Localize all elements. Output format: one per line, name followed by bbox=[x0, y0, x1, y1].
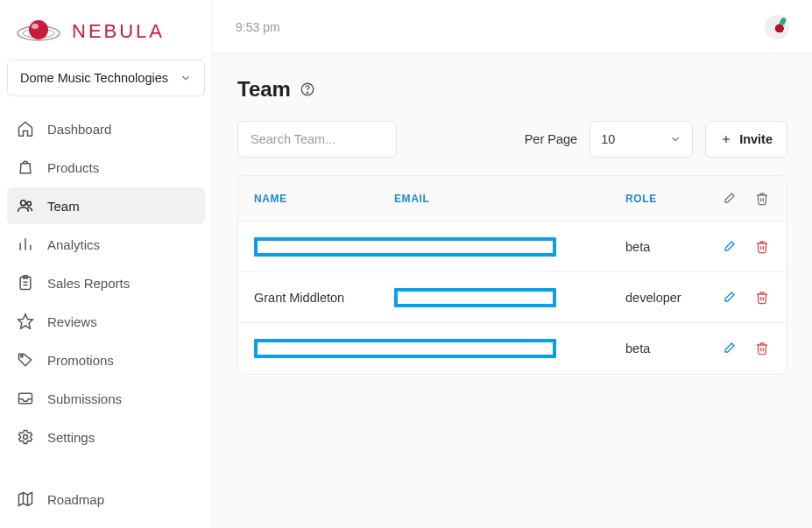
sidebar-item-sales-reports[interactable]: Sales Reports bbox=[7, 264, 205, 301]
home-icon bbox=[16, 119, 35, 138]
table-row: beta bbox=[238, 323, 787, 374]
sidebar-item-reviews[interactable]: Reviews bbox=[7, 303, 205, 340]
svg-point-3 bbox=[32, 24, 39, 29]
chevron-down-icon bbox=[180, 72, 192, 84]
gear-icon bbox=[16, 427, 35, 447]
sidebar-item-label: Roadmap bbox=[47, 492, 104, 507]
avatar[interactable] bbox=[765, 15, 789, 39]
team-table: NAME EMAIL ROLE beta bbox=[237, 175, 787, 375]
sidebar-item-label: Settings bbox=[47, 430, 95, 445]
redacted-value bbox=[254, 237, 556, 257]
col-header-name[interactable]: NAME bbox=[254, 193, 394, 205]
svg-point-21 bbox=[307, 92, 307, 93]
sidebar-item-settings[interactable]: Settings bbox=[7, 419, 205, 455]
controls: Per Page 10 Invite bbox=[237, 121, 787, 158]
plus-icon bbox=[720, 133, 732, 145]
page-title: Team bbox=[237, 77, 291, 102]
invite-button[interactable]: Invite bbox=[705, 121, 787, 158]
svg-point-4 bbox=[21, 201, 26, 206]
sidebar-item-label: Reviews bbox=[47, 314, 97, 329]
brand-logo: NEBULA bbox=[7, 11, 205, 60]
tag-icon bbox=[16, 350, 35, 370]
sidebar-item-label: Products bbox=[47, 160, 99, 175]
help-icon[interactable] bbox=[300, 81, 315, 97]
chevron-down-icon bbox=[669, 133, 681, 145]
svg-marker-13 bbox=[18, 314, 33, 329]
table-row: Grant Middleton developer bbox=[238, 272, 787, 323]
cell-role: beta bbox=[625, 240, 720, 254]
svg-point-14 bbox=[21, 356, 24, 358]
page-header: Team bbox=[237, 77, 787, 102]
sidebar-item-analytics[interactable]: Analytics bbox=[7, 226, 205, 263]
edit-all-button[interactable] bbox=[720, 190, 738, 208]
nav: Dashboard Products Team Analytics Sales … bbox=[7, 110, 205, 455]
col-header-email[interactable]: EMAIL bbox=[394, 193, 625, 205]
svg-point-5 bbox=[27, 201, 32, 206]
sidebar-item-label: Sales Reports bbox=[47, 276, 130, 291]
sidebar-item-promotions[interactable]: Promotions bbox=[7, 341, 205, 378]
delete-all-button[interactable] bbox=[753, 190, 771, 208]
invite-label: Invite bbox=[739, 132, 773, 146]
main: 9:53 pm Team Per Page 10 Invite bbox=[213, 0, 812, 528]
map-icon bbox=[16, 489, 35, 509]
svg-rect-15 bbox=[19, 393, 32, 404]
sidebar-item-dashboard[interactable]: Dashboard bbox=[7, 110, 205, 147]
content: Team Per Page 10 Invite NAME bbox=[213, 54, 812, 528]
sidebar-item-label: Submissions bbox=[47, 391, 122, 406]
sidebar-item-products[interactable]: Products bbox=[7, 149, 205, 186]
sidebar-item-label: Team bbox=[47, 199, 80, 214]
col-header-role[interactable]: ROLE bbox=[625, 193, 720, 205]
cell-role: beta bbox=[625, 341, 720, 356]
sidebar-item-label: Promotions bbox=[47, 353, 114, 368]
clipboard-icon bbox=[16, 273, 35, 292]
edit-button[interactable] bbox=[720, 238, 738, 256]
planet-icon bbox=[14, 16, 63, 47]
topbar: 9:53 pm bbox=[213, 0, 812, 54]
redacted-value bbox=[394, 288, 556, 307]
cell-email bbox=[394, 288, 625, 307]
perpage-select[interactable]: 10 bbox=[590, 121, 693, 158]
sidebar-item-team[interactable]: Team bbox=[7, 187, 205, 224]
edit-button[interactable] bbox=[720, 289, 738, 306]
chart-icon bbox=[16, 235, 35, 254]
bag-icon bbox=[16, 158, 35, 177]
search-input[interactable] bbox=[237, 121, 397, 158]
sidebar-item-label: Dashboard bbox=[47, 122, 111, 137]
clock: 9:53 pm bbox=[236, 20, 280, 34]
sidebar: NEBULA Dome Music Technologies Dashboard… bbox=[0, 0, 213, 528]
sidebar-item-submissions[interactable]: Submissions bbox=[7, 380, 205, 417]
edit-button[interactable] bbox=[720, 340, 738, 357]
table-header: NAME EMAIL ROLE bbox=[238, 176, 787, 222]
delete-button[interactable] bbox=[753, 340, 771, 357]
table-row: beta bbox=[238, 222, 787, 272]
sidebar-item-label: Analytics bbox=[47, 237, 100, 252]
users-icon bbox=[16, 196, 35, 215]
inbox-icon bbox=[16, 389, 35, 408]
cell-name: Grant Middleton bbox=[254, 291, 394, 305]
redacted-value bbox=[254, 339, 556, 358]
delete-button[interactable] bbox=[753, 238, 771, 256]
delete-button[interactable] bbox=[753, 289, 771, 306]
svg-point-16 bbox=[24, 435, 28, 440]
svg-marker-17 bbox=[19, 493, 32, 506]
org-name: Dome Music Technologies bbox=[20, 71, 168, 85]
perpage-label: Per Page bbox=[525, 132, 577, 146]
sidebar-item-roadmap[interactable]: Roadmap bbox=[7, 481, 205, 517]
perpage-value: 10 bbox=[601, 132, 615, 146]
svg-point-2 bbox=[29, 20, 48, 39]
cell-role: developer bbox=[625, 291, 720, 305]
org-selector[interactable]: Dome Music Technologies bbox=[7, 60, 205, 96]
brand-name: NEBULA bbox=[72, 20, 165, 43]
star-icon bbox=[16, 312, 35, 331]
